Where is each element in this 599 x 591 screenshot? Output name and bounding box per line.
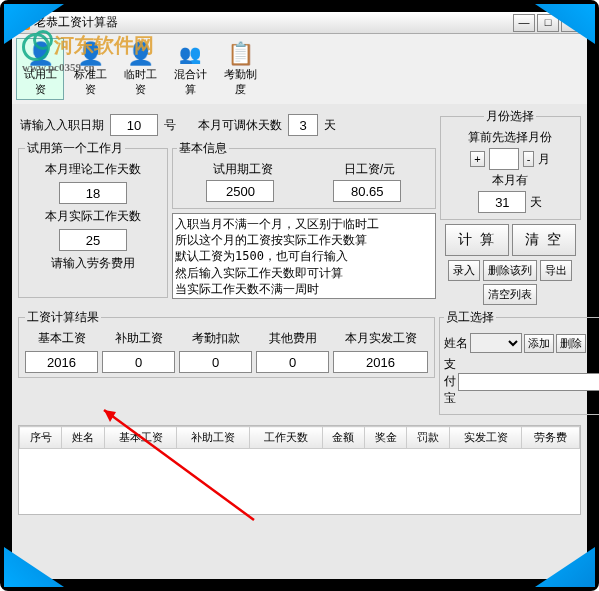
month-minus-button[interactable]: - — [523, 151, 535, 167]
table-header[interactable]: 姓名 — [62, 427, 104, 449]
calculate-button[interactable]: 计 算 — [445, 224, 509, 256]
people-icon: 👥 — [169, 41, 211, 67]
tab-standard-salary[interactable]: 👤 标准工资 — [66, 38, 114, 100]
titlebar: 老恭工资计算器 — □ × — [12, 12, 587, 34]
person-icon: 👤 — [119, 41, 161, 67]
result-fieldset: 工资计算结果 基本工资 补助工资 考勤扣款 其他费用 本月实发工资 — [18, 309, 435, 378]
tab-mixed-calc[interactable]: 👥 混合计算 — [166, 38, 214, 100]
rest-days-input[interactable] — [288, 114, 318, 136]
table-header[interactable]: 罚款 — [407, 427, 449, 449]
result-attendance-deduct[interactable] — [179, 351, 252, 373]
result-other-fee[interactable] — [256, 351, 329, 373]
labor-fee-label: 请输入劳务费用 — [25, 255, 161, 272]
table-header[interactable]: 序号 — [20, 427, 62, 449]
person-icon: 👤 — [69, 41, 111, 67]
name-select[interactable] — [470, 333, 522, 353]
app-icon — [16, 16, 30, 30]
table-header[interactable]: 基本工资 — [104, 427, 177, 449]
trial-salary-input[interactable] — [206, 180, 274, 202]
person-icon: 👤 — [19, 41, 61, 67]
join-date-input[interactable] — [110, 114, 158, 136]
delete-col-button[interactable]: 删除该列 — [483, 260, 537, 281]
tab-temp-salary[interactable]: 👤 临时工资 — [116, 38, 164, 100]
export-button[interactable]: 导出 — [540, 260, 572, 281]
memo-textarea[interactable]: 入职当月不满一个月，又区别于临时工 所以这个月的工资按实际工作天数算 默认工资为… — [172, 213, 436, 299]
basic-info-fieldset: 基本信息 试用期工资 日工资/元 — [172, 140, 436, 209]
window-title: 老恭工资计算器 — [34, 14, 511, 31]
actual-days-input[interactable] — [59, 229, 127, 251]
month-plus-button[interactable]: + — [470, 151, 484, 167]
tab-attendance[interactable]: 📋 考勤制度 — [216, 38, 264, 100]
clipboard-icon: 📋 — [219, 41, 261, 67]
month-days-input[interactable] — [478, 191, 526, 213]
result-subsidy[interactable] — [102, 351, 175, 373]
add-employee-button[interactable]: 添加 — [524, 334, 554, 353]
daily-salary-input[interactable] — [333, 180, 401, 202]
join-date-label: 请输入入职日期 — [20, 117, 104, 134]
employee-select-fieldset: 员工选择 姓名 添加 删除 支付宝 修改 — [439, 309, 599, 415]
table-header[interactable]: 奖金 — [365, 427, 407, 449]
delete-employee-button[interactable]: 删除 — [556, 334, 586, 353]
table-header[interactable]: 金额 — [322, 427, 364, 449]
clear-list-button[interactable]: 清空列表 — [483, 284, 537, 305]
table-header[interactable]: 工作天数 — [250, 427, 323, 449]
minimize-button[interactable]: — — [513, 14, 535, 32]
toolbar: 👤 试用工资 👤 标准工资 👤 临时工资 👥 混合计算 📋 考勤制度 — [12, 34, 587, 104]
first-month-fieldset: 试用第一个工作月 本月理论工作天数 本月实际工作天数 请输入劳务费用 — [18, 140, 168, 298]
table-header[interactable]: 补助工资 — [177, 427, 250, 449]
table-header[interactable]: 实发工资 — [449, 427, 522, 449]
clear-button[interactable]: 清 空 — [512, 224, 576, 256]
result-basic-salary[interactable] — [25, 351, 98, 373]
tab-trial-salary[interactable]: 👤 试用工资 — [16, 38, 64, 100]
theory-days-input[interactable] — [59, 182, 127, 204]
month-select-fieldset: 月份选择 算前先选择月份 + - 月 本月有 天 — [440, 108, 581, 220]
result-actual-pay[interactable] — [333, 351, 428, 373]
input-button[interactable]: 录入 — [448, 260, 480, 281]
alipay-input[interactable] — [458, 373, 599, 391]
table-header[interactable]: 劳务费 — [522, 427, 580, 449]
rest-days-label: 本月可调休天数 — [198, 117, 282, 134]
data-table[interactable]: 序号姓名基本工资补助工资工作天数金额奖金罚款实发工资劳务费 — [18, 425, 581, 515]
month-input[interactable] — [489, 148, 519, 170]
